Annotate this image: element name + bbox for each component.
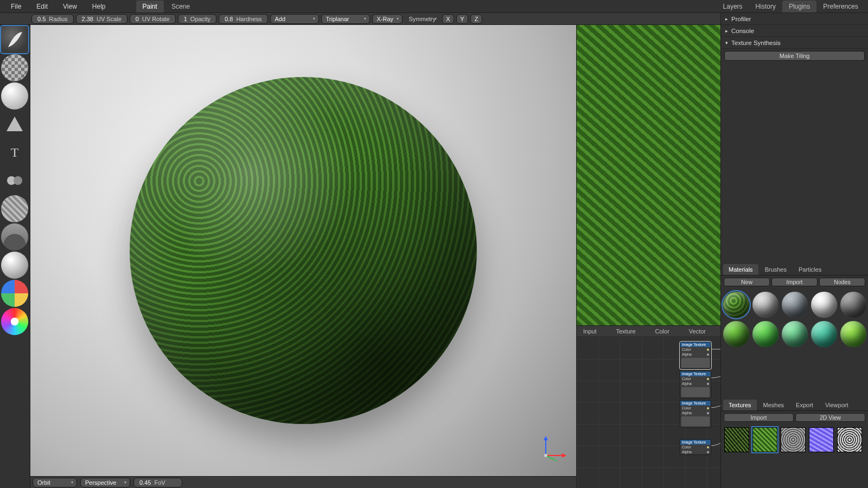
node-image-texture-4[interactable]: Image Texture Color Alpha bbox=[680, 439, 711, 455]
tab-preferences[interactable]: Preferences bbox=[816, 1, 865, 12]
blend-mode-select[interactable]: Add bbox=[270, 14, 319, 24]
menu-edit[interactable]: Edit bbox=[29, 1, 55, 12]
textures-2dview-button[interactable]: 2D View bbox=[795, 413, 865, 422]
tool-blur[interactable] bbox=[1, 195, 28, 222]
tab-history[interactable]: History bbox=[749, 1, 782, 12]
nodecat-color[interactable]: Color bbox=[655, 328, 669, 335]
tab-paint[interactable]: Paint bbox=[136, 1, 164, 12]
projection-select[interactable]: Perspective bbox=[80, 478, 130, 487]
nodecat-texture[interactable]: Texture bbox=[616, 328, 635, 335]
mapping-select[interactable]: Triplanar bbox=[321, 14, 370, 24]
tool-picker[interactable] bbox=[1, 308, 28, 335]
tab-particles[interactable]: Particles bbox=[793, 264, 827, 275]
menu-file[interactable]: File bbox=[3, 1, 29, 12]
opacity-field[interactable]: 1Opacity bbox=[178, 14, 216, 24]
svg-point-3 bbox=[14, 176, 22, 185]
tab-brushes[interactable]: Brushes bbox=[760, 264, 792, 275]
accordion-profiler[interactable]: ▸Profiler bbox=[721, 13, 868, 25]
svg-line-8 bbox=[546, 455, 557, 461]
tab-scene[interactable]: Scene bbox=[165, 1, 196, 12]
xray-toggle[interactable]: X-Ray bbox=[372, 14, 403, 24]
material-swatch[interactable] bbox=[723, 292, 749, 318]
tool-brush[interactable] bbox=[1, 26, 28, 53]
texture-thumb[interactable] bbox=[752, 427, 777, 452]
textures-import-button[interactable]: Import bbox=[724, 413, 794, 422]
uvrotate-field[interactable]: 0UV Rotate bbox=[130, 14, 176, 24]
material-swatch[interactable] bbox=[752, 292, 778, 318]
nav-mode-select[interactable]: Orbit bbox=[33, 478, 77, 487]
svg-text:T: T bbox=[11, 145, 19, 159]
tool-particle[interactable] bbox=[1, 252, 28, 279]
tab-viewport[interactable]: Viewport bbox=[820, 400, 854, 410]
symmetry-label: Symmetry bbox=[405, 14, 441, 24]
tool-fill[interactable] bbox=[1, 82, 28, 110]
material-swatch[interactable] bbox=[811, 292, 837, 318]
viewport-3d[interactable] bbox=[30, 25, 576, 476]
material-swatch[interactable] bbox=[752, 321, 778, 347]
tab-plugins[interactable]: Plugins bbox=[782, 1, 816, 12]
material-swatch[interactable] bbox=[840, 321, 866, 347]
materials-new-button[interactable]: New bbox=[724, 278, 770, 286]
tool-text[interactable]: T bbox=[1, 139, 28, 166]
svg-marker-5 bbox=[544, 436, 548, 440]
materials-grid bbox=[721, 288, 868, 350]
nodecat-input[interactable]: Input bbox=[583, 328, 596, 335]
material-swatch[interactable] bbox=[782, 321, 808, 347]
tab-export[interactable]: Export bbox=[790, 400, 819, 410]
texture-thumb[interactable] bbox=[781, 427, 806, 452]
texture-thumb[interactable] bbox=[724, 427, 749, 452]
material-swatch[interactable] bbox=[840, 292, 866, 318]
tool-column: T bbox=[0, 25, 30, 488]
materials-nodes-button[interactable]: Nodes bbox=[819, 278, 865, 286]
svg-marker-7 bbox=[562, 453, 566, 458]
tab-meshes[interactable]: Meshes bbox=[758, 400, 790, 410]
tab-layers[interactable]: Layers bbox=[717, 1, 749, 12]
nodecat-vector[interactable]: Vector bbox=[689, 328, 706, 335]
sym-x-toggle[interactable]: X bbox=[442, 14, 454, 24]
node-image-texture-2[interactable]: Image Texture Color Alpha bbox=[680, 371, 711, 399]
node-image-texture-3[interactable]: Image Texture Color Alpha bbox=[680, 400, 711, 428]
materials-tabs: Materials Brushes Particles bbox=[721, 264, 868, 275]
side-panel: ▸Profiler ▸Console ▾Texture Synthesis Ma… bbox=[720, 13, 868, 488]
material-swatch[interactable] bbox=[782, 292, 808, 318]
tool-eraser[interactable] bbox=[1, 54, 28, 81]
svg-point-9 bbox=[544, 454, 547, 457]
tool-colorid[interactable] bbox=[1, 280, 28, 307]
radius-field[interactable]: 0.5Radius bbox=[31, 14, 74, 24]
sym-y-toggle[interactable]: Y bbox=[456, 14, 468, 24]
tool-smudge[interactable] bbox=[1, 223, 28, 251]
textures-tabs: Textures Meshes Export Viewport bbox=[721, 399, 868, 411]
tab-materials[interactable]: Materials bbox=[723, 264, 758, 275]
preview-sphere bbox=[130, 77, 477, 424]
materials-import-button[interactable]: Import bbox=[771, 278, 818, 286]
uvscale-field[interactable]: 2.38UV Scale bbox=[76, 14, 127, 24]
material-swatch[interactable] bbox=[723, 321, 749, 347]
material-swatch[interactable] bbox=[811, 321, 837, 347]
texture-thumb[interactable] bbox=[837, 427, 862, 452]
node-image-texture-1[interactable]: Image Texture Color Alpha bbox=[680, 342, 711, 369]
sym-z-toggle[interactable]: Z bbox=[470, 14, 482, 24]
menu-bar: File Edit View Help Paint Scene Layers H… bbox=[0, 0, 868, 13]
texture-thumb[interactable] bbox=[809, 427, 834, 452]
menu-view[interactable]: View bbox=[55, 1, 85, 12]
accordion-console[interactable]: ▸Console bbox=[721, 25, 868, 37]
hardness-field[interactable]: 0.8Hardness bbox=[219, 14, 267, 24]
textures-grid bbox=[721, 424, 868, 455]
fov-field[interactable]: 0.45FoV bbox=[133, 478, 182, 487]
tool-clone[interactable] bbox=[1, 167, 28, 194]
viewport-status-bar: Orbit Perspective 0.45FoV bbox=[30, 476, 576, 488]
accordion-texture-synthesis[interactable]: ▾Texture Synthesis bbox=[721, 37, 868, 49]
menu-help[interactable]: Help bbox=[85, 1, 113, 12]
make-tiling-button[interactable]: Make Tiling bbox=[724, 51, 865, 61]
tab-textures[interactable]: Textures bbox=[723, 400, 757, 410]
axis-gizmo-icon bbox=[540, 435, 566, 461]
tool-decal[interactable] bbox=[1, 111, 28, 138]
svg-marker-0 bbox=[7, 117, 23, 131]
